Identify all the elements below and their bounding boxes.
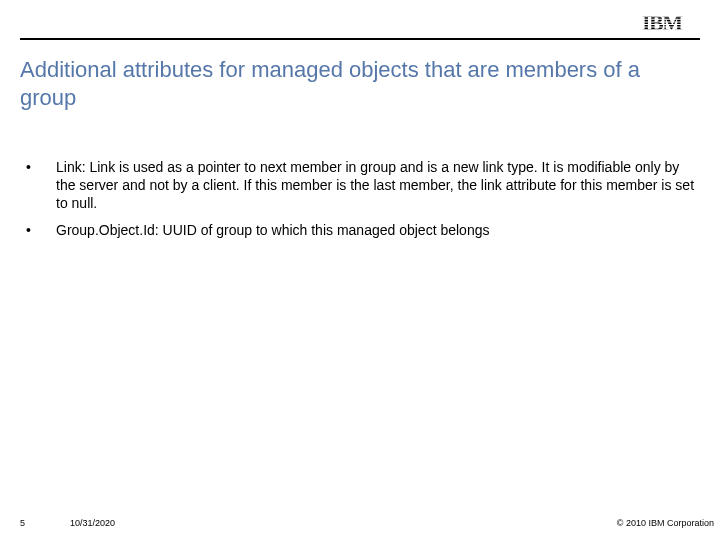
- header-divider: [20, 38, 700, 40]
- slide: IBM Additional attributes for managed ob…: [0, 0, 720, 540]
- bullet-list: Link: Link is used as a pointer to next …: [20, 158, 700, 247]
- page-number: 5: [20, 518, 25, 528]
- footer-copyright: © 2010 IBM Corporation: [617, 518, 714, 528]
- slide-title: Additional attributes for managed object…: [20, 56, 700, 111]
- svg-text:IBM: IBM: [642, 12, 683, 32]
- bullet-item: Link: Link is used as a pointer to next …: [20, 158, 700, 213]
- bullet-item: Group.Object.Id: UUID of group to which …: [20, 221, 700, 239]
- ibm-logo: IBM: [642, 12, 696, 32]
- footer-date: 10/31/2020: [70, 518, 115, 528]
